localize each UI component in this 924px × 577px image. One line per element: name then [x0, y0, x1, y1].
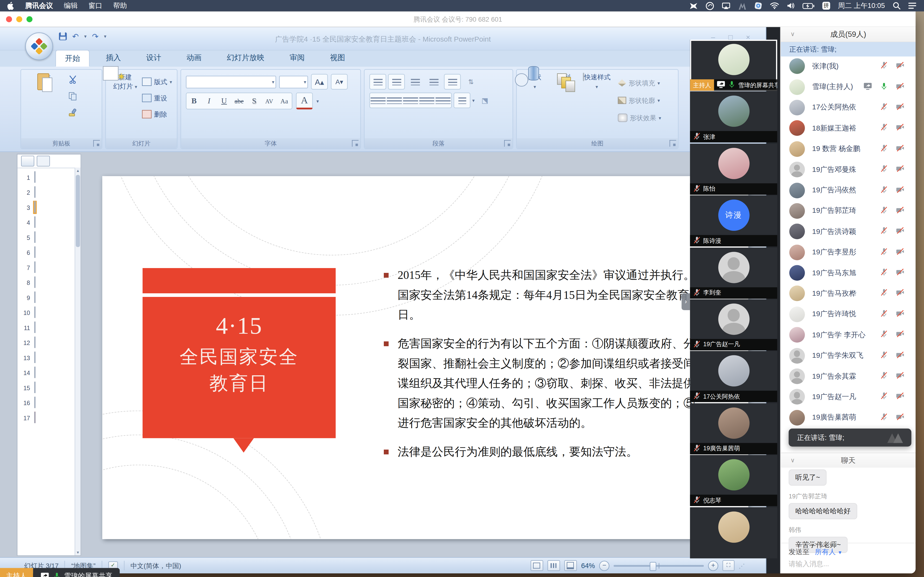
- callout-top-bar[interactable]: [143, 268, 336, 293]
- mic-muted-icon[interactable]: [880, 164, 888, 175]
- slide-thumbnail-10[interactable]: 10: [21, 306, 74, 319]
- camera-off-icon[interactable]: [896, 143, 905, 154]
- camera-off-icon[interactable]: [896, 330, 905, 340]
- video-cell-李到奎[interactable]: 李到奎: [690, 247, 777, 298]
- creative-cloud-icon[interactable]: [706, 2, 714, 10]
- shape-fill-button[interactable]: 形状填充▾: [618, 77, 661, 89]
- align-center-button[interactable]: [386, 93, 402, 108]
- slide-canvas[interactable]: 4·15 全民国家安全 教育日 2015年，《中华人民共和国国家安全法》审议通过…: [102, 176, 748, 539]
- member-row-19廣告巢茜萌[interactable]: 19廣告巢茜萌: [781, 407, 916, 426]
- camera-off-icon[interactable]: [896, 82, 905, 92]
- smartart-button[interactable]: ⬔: [477, 93, 493, 108]
- mic-muted-icon[interactable]: [880, 309, 888, 320]
- slide-thumbnail-16[interactable]: 16: [21, 396, 74, 409]
- member-row-19广告马孜桦[interactable]: 19广告马孜桦: [781, 283, 916, 304]
- fit-to-window-button[interactable]: ⛶: [723, 560, 735, 571]
- drawing-dialog-launcher[interactable]: [670, 140, 677, 147]
- member-row-19广告学朱双飞[interactable]: 19广告学朱双飞: [781, 345, 916, 366]
- office-button[interactable]: [25, 32, 53, 60]
- mic-muted-icon[interactable]: [880, 371, 888, 382]
- slide-thumbnail-8[interactable]: 8: [21, 276, 74, 289]
- video-cell-雪瑋的屏幕共享[interactable]: 主持人雪瑋的屏幕共享: [690, 40, 777, 91]
- strip-collapse-handle[interactable]: ›: [682, 293, 690, 310]
- columns-button[interactable]: [454, 93, 470, 108]
- mic-muted-icon[interactable]: [880, 226, 888, 237]
- send-to-dropdown-icon[interactable]: ▼: [838, 550, 842, 556]
- video-cell-张津[interactable]: 张津: [690, 92, 777, 143]
- slide-body-text[interactable]: 2015年，《中华人民共和国国家安全法》审议通过并执行。国家安全法第14条规定：…: [382, 265, 695, 471]
- menu-item-帮助[interactable]: 帮助: [113, 1, 127, 10]
- align-left-button[interactable]: [370, 93, 386, 108]
- camera-off-icon[interactable]: [896, 350, 905, 361]
- video-cell-倪志琴[interactable]: 倪志琴: [690, 455, 777, 506]
- mic-muted-icon[interactable]: [880, 412, 888, 423]
- line-spacing-button[interactable]: [444, 74, 461, 90]
- quick-styles-button[interactable]: 快速样式▾: [580, 73, 614, 92]
- video-cell-陈怡[interactable]: 陈怡: [690, 143, 777, 195]
- undo-dropdown-icon[interactable]: ▾: [84, 34, 87, 39]
- slide-thumbnail-2[interactable]: 2: [21, 186, 74, 199]
- menu-item-编辑[interactable]: 编辑: [64, 1, 78, 10]
- shape-outline-button[interactable]: 形状轮廓▾: [618, 95, 661, 106]
- zoom-out-button[interactable]: −: [599, 561, 609, 571]
- ribbon-tab-幻灯片放映[interactable]: 幻灯片放映: [218, 50, 273, 67]
- airplay-icon[interactable]: [722, 2, 730, 10]
- slideshow-button[interactable]: [564, 560, 577, 571]
- thumbnail-scrollbar[interactable]: ▲ ▼: [74, 168, 81, 556]
- increase-indent-button[interactable]: [425, 74, 442, 90]
- camera-off-icon[interactable]: [896, 268, 905, 279]
- ribbon-tab-插入[interactable]: 插入: [97, 50, 130, 67]
- slide-thumbnail-17[interactable]: 17: [21, 411, 74, 424]
- mic-muted-icon[interactable]: [880, 185, 888, 196]
- member-row-19广告学 李开心[interactable]: 19广告学 李开心: [781, 324, 916, 345]
- member-row-19广告冯依然[interactable]: 19广告冯依然: [781, 180, 916, 200]
- ribbon-tab-动画[interactable]: 动画: [178, 50, 211, 67]
- camera-off-icon[interactable]: [896, 288, 905, 299]
- ribbon-tab-开始[interactable]: 开始: [55, 50, 90, 67]
- paste-button[interactable]: 粘贴▾: [27, 73, 61, 92]
- slide-thumbnail-3[interactable]: 3: [21, 201, 74, 214]
- member-row-17公关阿热依[interactable]: 17公关阿热依: [781, 97, 916, 118]
- normal-view-button[interactable]: [531, 560, 543, 571]
- badge-app-icon[interactable]: [754, 2, 762, 10]
- new-slide-button[interactable]: ✶ 新建 幻灯片 ▾: [110, 73, 141, 92]
- clipboard-dialog-launcher[interactable]: [94, 140, 100, 147]
- member-row-19广告赵一凡[interactable]: 19广告赵一凡: [781, 387, 916, 407]
- mic-muted-icon[interactable]: [880, 330, 888, 340]
- mic-muted-icon[interactable]: [880, 247, 888, 258]
- zoom-slider[interactable]: [614, 565, 704, 567]
- character-spacing-button[interactable]: AV: [262, 98, 277, 104]
- columns-dropdown-icon[interactable]: ▾: [472, 98, 475, 103]
- ribbon-tab-视图[interactable]: 视图: [321, 50, 354, 67]
- change-case-button[interactable]: Aa: [277, 97, 292, 105]
- spotlight-search-icon[interactable]: [893, 2, 901, 10]
- shrink-font-button[interactable]: A▾: [331, 74, 348, 90]
- save-icon[interactable]: [59, 32, 67, 40]
- mic-muted-icon[interactable]: [880, 102, 888, 113]
- member-row-19广告许琦悦[interactable]: 19广告许琦悦: [781, 304, 916, 324]
- mic-muted-icon[interactable]: [880, 206, 888, 216]
- members-collapse-icon[interactable]: ∨: [790, 27, 795, 42]
- camera-off-icon[interactable]: [896, 102, 905, 113]
- mic-muted-icon[interactable]: [880, 123, 888, 134]
- language-indicator[interactable]: 中文(简体，中国): [131, 561, 181, 570]
- slide-thumbnail-7[interactable]: 7: [21, 261, 74, 274]
- screenrecord-bird-icon[interactable]: [690, 2, 698, 10]
- member-row-张津(我)[interactable]: 张津(我): [781, 56, 916, 77]
- mic-muted-icon[interactable]: [880, 350, 888, 361]
- mic-muted-icon[interactable]: [880, 61, 888, 72]
- ribbon-tab-审阅[interactable]: 审阅: [281, 50, 314, 67]
- camera-off-icon[interactable]: [896, 371, 905, 382]
- video-cell-17公关阿热依[interactable]: 17公关阿热依: [690, 351, 777, 403]
- member-row-19广告余其霖[interactable]: 19广告余其霖: [781, 366, 916, 387]
- chat-collapse-icon[interactable]: ∨: [790, 453, 795, 467]
- member-row-19广告洪诗颖[interactable]: 19广告洪诗颖: [781, 221, 916, 242]
- arrange-button[interactable]: 排列▾: [551, 73, 577, 92]
- format-painter-icon[interactable]: [68, 108, 78, 119]
- grow-font-button[interactable]: A▴: [311, 74, 328, 90]
- slide-thumbnail-13[interactable]: 13: [21, 351, 74, 364]
- undo-icon[interactable]: ↶: [72, 32, 79, 41]
- align-right-button[interactable]: [402, 93, 419, 108]
- video-cell-19廣告巢茜萌[interactable]: 19廣告巢茜萌: [690, 403, 777, 455]
- shape-effects-button[interactable]: 形状效果▾: [618, 112, 661, 124]
